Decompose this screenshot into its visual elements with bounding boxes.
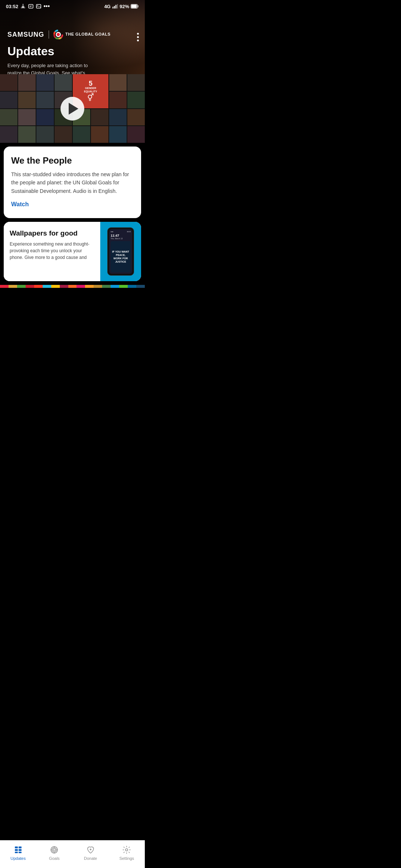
image-icon xyxy=(36,4,41,9)
phone-slogan-text: IF YOU WANT PEACE, WORK FOR JUSTICE xyxy=(112,250,130,263)
color-segment xyxy=(128,285,136,288)
status-bar: 03:52 ••• 4G 92% xyxy=(0,0,145,11)
status-right: 4G 92% xyxy=(104,4,139,9)
hero-content: SAMSUNG THE GLOBAL GOALS xyxy=(0,0,145,74)
color-segment xyxy=(34,285,43,288)
color-segment xyxy=(43,285,51,288)
svg-rect-8 xyxy=(29,4,33,8)
phone-slogan-area: IF YOU WANT PEACE, WORK FOR JUSTICE xyxy=(111,241,131,272)
color-segment xyxy=(94,285,102,288)
hero-section: SAMSUNG THE GLOBAL GOALS xyxy=(0,0,145,74)
color-segment xyxy=(111,285,119,288)
color-segment xyxy=(119,285,128,288)
global-goals-text: THE GLOBAL GOALS xyxy=(65,32,110,37)
we-the-people-card: We the People This star-studded video in… xyxy=(4,147,141,218)
color-segment xyxy=(102,285,111,288)
signal-icon xyxy=(112,4,118,9)
samsung-brand: SAMSUNG xyxy=(7,31,44,39)
color-segment xyxy=(17,285,26,288)
color-segment xyxy=(26,285,34,288)
status-time: 03:52 xyxy=(6,4,18,9)
logo-divider xyxy=(49,30,49,39)
color-segment xyxy=(76,285,85,288)
card-description: This star-studded video introduces the n… xyxy=(11,170,134,195)
global-goals-badge: THE GLOBAL GOALS xyxy=(53,30,110,39)
brand-logo: SAMSUNG THE GLOBAL GOALS xyxy=(7,30,137,39)
svg-point-7 xyxy=(57,33,60,36)
video-thumbnail[interactable]: 5 GENDEREQUALITY ⚥ xyxy=(0,74,145,143)
svg-rect-14 xyxy=(117,4,118,9)
phone-status-bar: ●●● 04:03 xyxy=(111,231,131,233)
phone-date: Thu, March 13 xyxy=(111,237,131,240)
phone-time: 11:47 xyxy=(111,234,131,237)
color-segment xyxy=(0,285,9,288)
wallpapers-text-section: Wallpapers for good Experience something… xyxy=(4,222,100,281)
sdg-color-bar xyxy=(0,285,145,288)
color-segment xyxy=(60,285,68,288)
play-button[interactable] xyxy=(61,97,84,121)
wallpapers-card: Wallpapers for good Experience something… xyxy=(4,222,141,281)
battery-percent: 92% xyxy=(120,4,129,9)
sdg-wheel-icon xyxy=(53,30,63,39)
watch-link[interactable]: Watch xyxy=(11,201,29,207)
svg-rect-12 xyxy=(114,6,115,9)
color-segment xyxy=(9,285,17,288)
status-left: 03:52 ••• xyxy=(6,3,50,10)
phone-duration: 04:03 xyxy=(127,231,131,233)
network-type: 4G xyxy=(104,4,111,9)
hero-subtitle: Every day, people are taking action to r… xyxy=(7,62,89,74)
phone-mockup: ●●● 04:03 11:47 Thu, March 13 IF YOU WAN… xyxy=(107,227,134,276)
download-icon xyxy=(20,4,26,9)
svg-rect-11 xyxy=(113,7,114,9)
wallpapers-phone-preview: ●●● 04:03 11:47 Thu, March 13 IF YOU WAN… xyxy=(100,222,141,281)
svg-rect-13 xyxy=(115,5,117,9)
line-icon xyxy=(28,4,34,9)
phone-screen: ●●● 04:03 11:47 Thu, March 13 IF YOU WAN… xyxy=(109,229,132,274)
hero-title: Updates xyxy=(7,45,137,58)
color-segment xyxy=(68,285,77,288)
color-segment xyxy=(51,285,60,288)
color-segment xyxy=(85,285,94,288)
play-triangle-icon xyxy=(69,103,78,115)
menu-dots-button[interactable] xyxy=(137,33,139,42)
svg-rect-16 xyxy=(131,5,137,8)
wallpapers-description: Experience something new and thought-pro… xyxy=(10,241,94,261)
battery-icon xyxy=(131,4,139,9)
wallpapers-title: Wallpapers for good xyxy=(10,229,94,238)
card-title: We the People xyxy=(11,155,134,166)
color-segment xyxy=(136,285,145,288)
play-button-overlay[interactable] xyxy=(0,74,145,143)
